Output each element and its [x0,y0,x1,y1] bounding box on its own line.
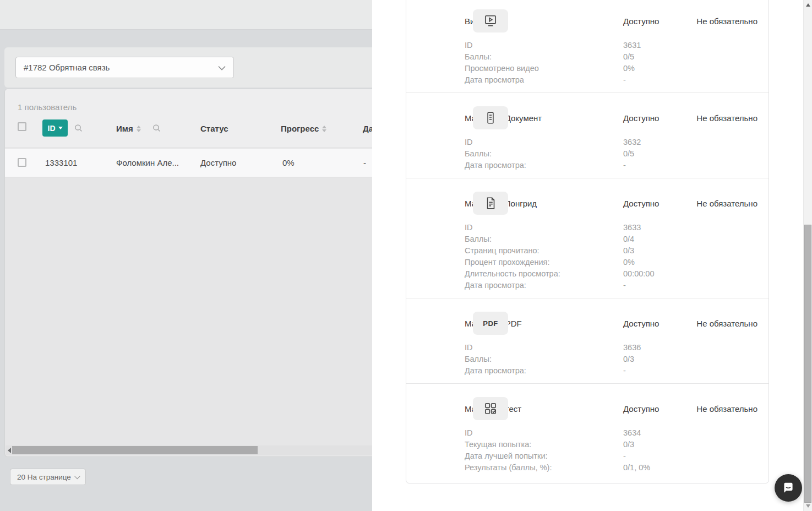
detail-value: 0/3 [623,439,634,450]
material-item-test: Материал тест Доступно Не обязательно ID… [406,397,769,487]
detail-label: ID [465,342,623,354]
table-row[interactable]: 1333101 Фоломкин Але... Доступно 0% - [5,149,372,177]
progress-sort-icon[interactable] [322,126,326,132]
left-region: #1782 Обрятная связь 1 пользователь ID И… [0,0,372,511]
id-header-label: ID [48,124,56,133]
detail-value: 3631 [623,40,641,51]
detail-label: Дата просмотра [465,74,623,86]
detail-value: 0/5 [623,51,634,63]
material-item-longread: Материал Лонгрид Доступно Не обязательно… [406,192,769,298]
name-search-icon[interactable] [152,124,161,132]
id-search-icon[interactable] [74,124,83,132]
detail-value: - [623,365,626,377]
detail-value: 3636 [623,342,641,354]
detail-label: ID [465,222,623,233]
detail-value: 0% [623,63,635,74]
longread-icon [473,192,508,215]
vertical-scrollbar-thumb[interactable] [804,225,811,503]
materials-card: Видео Доступно Не обязательно ID3631 Бал… [406,0,769,483]
detail-label: Дата просмотра: [465,280,623,291]
page-size-button[interactable]: 20 На странице [10,469,86,485]
detail-value: - [623,160,626,171]
chat-widget-button[interactable] [775,474,802,502]
detail-value: 0/3 [623,245,634,257]
name-sort-icon[interactable] [137,126,141,132]
detail-value: - [623,280,626,291]
video-icon [473,9,508,32]
detail-label: Дата лучшей попытки: [465,450,623,462]
material-status: Доступно [623,199,659,208]
detail-label: Дата просмотра: [465,160,623,171]
detail-label: ID [465,137,623,148]
document-icon [473,106,508,129]
horizontal-scrollbar[interactable] [6,445,372,455]
course-filter-panel: #1782 Обрятная связь [4,47,372,88]
chat-bubble-icon [781,481,795,495]
detail-value: - [623,74,626,86]
material-required: Не обязательно [696,319,757,328]
vertical-scrollbar[interactable] [803,0,812,511]
select-all-checkbox[interactable] [18,122,26,131]
detail-label: Текущая попытка: [465,439,623,450]
detail-value: 0/4 [623,233,634,245]
detail-value: 0% [623,257,635,268]
chevron-down-icon [74,473,80,479]
detail-value: 3634 [623,427,641,439]
material-status: Доступно [623,17,659,26]
detail-value: 0/3 [623,354,634,365]
material-status: Доступно [623,404,659,414]
material-status: Доступно [623,319,659,328]
table-header-area: 1 пользователь ID Имя Статус Пр [5,89,372,148]
course-select-value: #1782 Обрятная связь [24,63,218,72]
page-size-label: 20 На странице [17,473,71,481]
material-required: Не обязательно [696,199,757,208]
detail-value: - [623,450,626,462]
row-status: Доступно [200,158,236,167]
material-details-region: Видео Доступно Не обязательно ID3631 Бал… [372,0,812,511]
scroll-down-arrow-icon[interactable] [806,504,810,508]
detail-label: ID [465,40,623,51]
material-required: Не обязательно [696,404,757,414]
detail-label: Баллы: [465,354,623,365]
detail-label: Процент прохождения: [465,257,623,268]
users-table-panel: 1 пользователь ID Имя Статус Пр [4,89,372,457]
detail-value: 3633 [623,222,641,233]
row-checkbox[interactable] [18,158,26,167]
caret-down-icon [58,127,63,129]
row-date: - [363,158,366,167]
detail-label: Баллы: [465,233,623,245]
detail-label: Баллы: [465,148,623,160]
detail-value: 0/1, 0% [623,462,650,474]
horizontal-scrollbar-thumb[interactable] [12,446,258,454]
material-status: Доступно [623,113,659,123]
detail-label: Результаты (баллы, %): [465,462,623,474]
name-header-label: Имя [116,124,133,133]
date-header-label: Да [363,124,372,133]
course-select[interactable]: #1782 Обрятная связь [15,57,234,78]
detail-value: 3632 [623,137,641,148]
id-sort-button[interactable]: ID [42,119,68,137]
detail-label: Баллы: [465,51,623,63]
row-progress: 0% [282,158,295,167]
pdf-icon-text: PDF [483,319,498,328]
row-id: 1333101 [45,158,77,167]
material-item-video: Видео Доступно Не обязательно ID3631 Бал… [406,9,769,93]
detail-value: 0/5 [623,148,634,160]
detail-label: Страниц прочитано: [465,245,623,257]
row-name: Фоломкин Але... [116,158,179,167]
scroll-left-arrow-icon[interactable] [8,448,11,453]
material-required: Не обязательно [696,113,757,123]
scroll-up-arrow-icon[interactable] [806,3,810,7]
material-required: Не обязательно [696,17,757,26]
material-item-document: Материал Документ Доступно Не обязательн… [406,106,769,178]
test-icon [473,397,508,420]
detail-value: 00:00:00 [623,268,654,280]
detail-label: Дата просмотра: [465,365,623,377]
detail-label: ID [465,427,623,439]
detail-label: Просмотрено видео [465,63,623,74]
user-count-label: 1 пользователь [18,102,77,112]
progress-header-label: Прогресс [281,124,319,133]
material-item-pdf: PDF Материал PDF Доступно Не обязательно… [406,312,769,384]
detail-label: Длительность просмотра: [465,268,623,280]
chevron-down-icon [218,63,226,73]
